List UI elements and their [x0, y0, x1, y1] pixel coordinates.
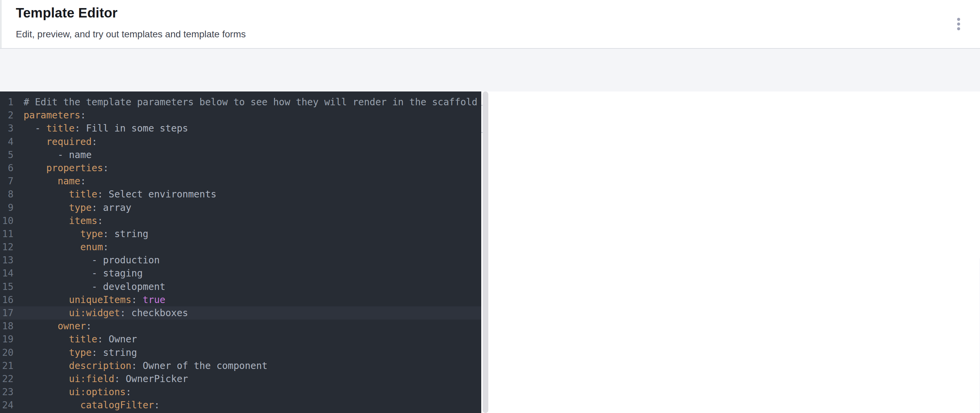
code-line: 12 enum: — [0, 240, 481, 254]
line-number: 8 — [0, 187, 13, 201]
line-number: 9 — [0, 201, 13, 214]
code-line: 6 properties: — [0, 161, 481, 175]
template-toolbar: Load Existing Template — [0, 49, 980, 92]
page-header: Template Editor Edit, preview, and try o… — [0, 0, 980, 48]
code-line: 11 type: string — [0, 227, 481, 240]
code-line: 22 ui:field: OwnerPicker — [0, 372, 481, 385]
code-lines: 1# Edit the template parameters below to… — [0, 95, 481, 412]
kebab-menu-icon — [957, 18, 960, 21]
page-title: Template Editor — [16, 5, 118, 21]
code-line: 15 - development — [0, 280, 481, 293]
code-line: 3 - title: Fill in some steps — [0, 122, 481, 135]
code-line: 24 catalogFilter: — [0, 399, 481, 411]
line-number: 18 — [0, 319, 13, 333]
code-line: 16 uniqueItems: true — [0, 293, 481, 307]
code-line: 23 ui:options: — [0, 385, 481, 399]
line-number: 17 — [0, 307, 13, 319]
code-line: 14 - staging — [0, 267, 481, 280]
yaml-code-editor[interactable]: 1# Edit the template parameters below to… — [0, 92, 481, 413]
line-number: 13 — [0, 254, 13, 267]
line-number: 11 — [0, 227, 13, 240]
code-line: 1# Edit the template parameters below to… — [0, 95, 481, 109]
code-line: 2parameters: — [0, 109, 481, 122]
code-line: 21 description: Owner of the component — [0, 359, 481, 372]
code-line: 17 ui:widget: checkboxes — [0, 307, 481, 319]
line-number: 3 — [0, 122, 13, 135]
line-number: 22 — [0, 372, 13, 385]
line-number: 4 — [0, 135, 13, 148]
code-line: 5 - name — [0, 148, 481, 161]
line-number: 16 — [0, 293, 13, 307]
line-number: 14 — [0, 267, 13, 280]
line-number: 19 — [0, 333, 13, 346]
panel-resize-handle[interactable] — [483, 92, 488, 413]
code-line: 9 type: array — [0, 201, 481, 214]
code-line: 20 type: string — [0, 346, 481, 359]
line-number: 10 — [0, 214, 13, 227]
code-line: 18 owner: — [0, 319, 481, 333]
line-number: 12 — [0, 240, 13, 254]
code-line: 4 required: — [0, 135, 481, 148]
line-number: 15 — [0, 280, 13, 293]
line-number: 5 — [0, 148, 13, 161]
code-line: 7 name: — [0, 175, 481, 187]
window-edge — [0, 0, 2, 48]
code-line: 8 title: Select environments — [0, 187, 481, 201]
line-number: 1 — [0, 95, 13, 109]
code-line: 13 - production — [0, 254, 481, 267]
code-line: 10 items: — [0, 214, 481, 227]
line-number: 7 — [0, 175, 13, 187]
more-options-button[interactable] — [950, 13, 967, 34]
line-number: 2 — [0, 109, 13, 122]
template-editor-page: Template Editor Edit, preview, and try o… — [0, 0, 980, 413]
line-number: 20 — [0, 346, 13, 359]
template-preview-panel: 1 2 3 Fill in some steps Choose a locati… — [488, 92, 980, 413]
line-number: 23 — [0, 385, 13, 399]
line-number: 24 — [0, 399, 13, 411]
page-subtitle: Edit, preview, and try out templates and… — [16, 29, 246, 40]
code-line: 19 title: Owner — [0, 333, 481, 346]
line-number: 21 — [0, 359, 13, 372]
line-number: 6 — [0, 161, 13, 175]
